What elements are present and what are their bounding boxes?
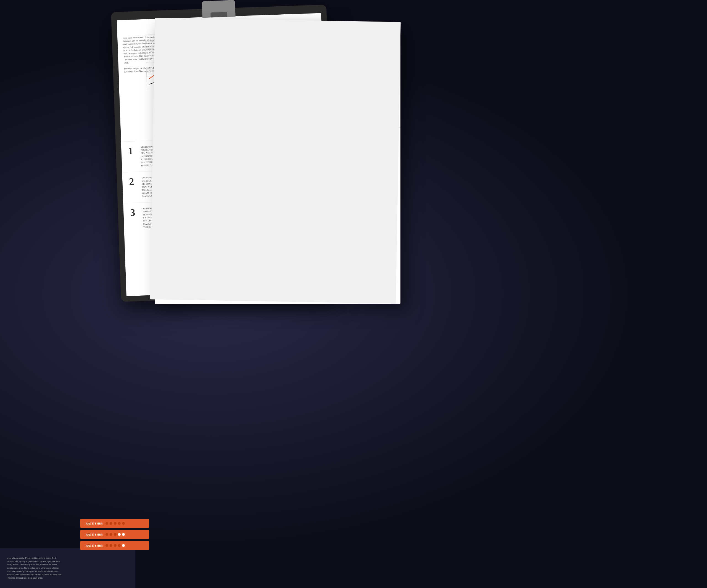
rate-dots-1 <box>105 522 125 525</box>
rate-dot-3-3 <box>114 544 116 547</box>
rate-dot-3-1 <box>105 544 108 547</box>
section-number-3: 3 <box>130 207 139 229</box>
rate-dot-2-4 <box>118 533 121 536</box>
rate-dot-3-2 <box>110 544 112 547</box>
rate-dots-3 <box>105 544 125 547</box>
rate-dot-1-1 <box>105 522 108 525</box>
rate-label-3: RATE THIS: <box>86 544 103 547</box>
rate-button-3[interactable]: RATE THIS: <box>80 541 149 550</box>
rate-dot-2-3 <box>114 533 116 536</box>
paper-stack-1 <box>150 18 401 303</box>
bottom-overlay-text: enim vitae mauris. Proin mattis eleifend… <box>7 556 129 580</box>
rate-dot-1-5 <box>122 522 125 525</box>
rate-dot-2-2 <box>110 533 112 536</box>
rate-button-1[interactable]: RATE THIS: <box>80 519 149 528</box>
bottom-overlay: enim vitae mauris. Proin mattis eleifend… <box>0 548 135 588</box>
rate-dot-2-1 <box>105 533 108 536</box>
rate-button-2[interactable]: RATE THIS: <box>80 530 149 539</box>
rate-dot-1-2 <box>110 522 112 525</box>
rate-dots-2 <box>105 533 125 536</box>
rate-dot-1-3 <box>114 522 116 525</box>
clipboard-clip <box>202 0 236 18</box>
section-number-2: 2 <box>129 176 138 198</box>
rate-label-2: RATE THIS: <box>86 533 103 536</box>
rate-dot-2-5 <box>122 533 125 536</box>
rate-dot-1-4 <box>118 522 121 525</box>
section-number-1: 1 <box>128 146 137 168</box>
rate-label-1: RATE THIS: <box>86 522 103 525</box>
rate-dot-3-5 <box>122 544 125 547</box>
rate-dot-3-4 <box>118 544 121 547</box>
rate-buttons-container: RATE THIS: RATE THIS: RATE THIS: <box>80 519 149 552</box>
